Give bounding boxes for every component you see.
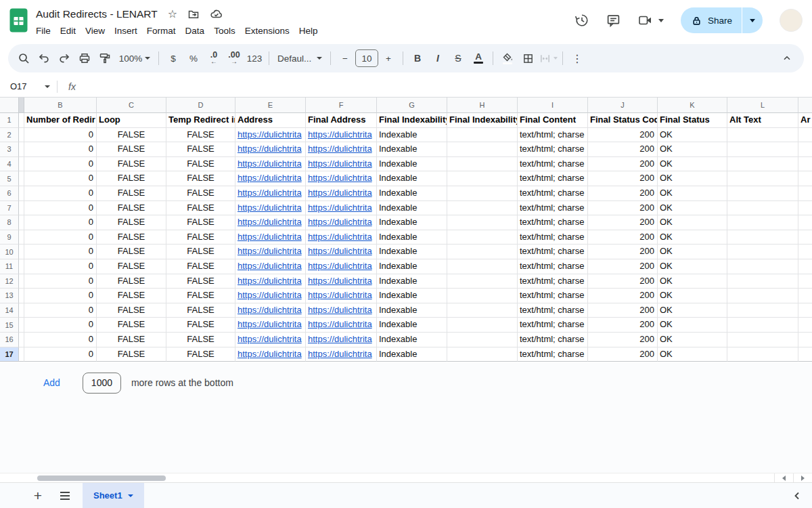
cell-E6[interactable]: https://dulichtrita [235, 186, 306, 201]
cell-J10[interactable]: 200 [588, 245, 658, 259]
cell-G1[interactable]: Final Indexability [377, 113, 447, 128]
move-to-folder-icon[interactable] [187, 8, 200, 20]
cell-L13[interactable] [727, 289, 798, 303]
show-side-panel-icon[interactable] [792, 490, 803, 501]
column-header-E[interactable]: E [235, 98, 306, 113]
cell-K17[interactable]: OK [658, 347, 727, 362]
cell-G2[interactable]: Indexable [377, 128, 447, 143]
row-header-5[interactable]: 5 [0, 171, 19, 186]
cell-G11[interactable]: Indexable [377, 259, 447, 274]
fill-color-icon[interactable] [497, 48, 518, 68]
cell-M17[interactable] [798, 347, 812, 362]
cell-E3[interactable]: https://dulichtrita [235, 142, 306, 157]
cell-H11[interactable] [447, 259, 518, 274]
add-rows-button[interactable]: Add [43, 377, 60, 388]
cell-K15[interactable]: OK [658, 318, 727, 333]
cell-B12[interactable]: 0 [24, 274, 97, 289]
cell-J11[interactable]: 200 [588, 259, 658, 274]
menu-view[interactable]: View [81, 24, 110, 37]
cell-H10[interactable] [447, 245, 518, 259]
cell-G3[interactable]: Indexable [377, 142, 447, 157]
cell-D1[interactable]: Temp Redirect ir [166, 113, 235, 128]
column-header-C[interactable]: C [97, 98, 166, 113]
cell-J12[interactable]: 200 [588, 274, 658, 289]
cell-D3[interactable]: FALSE [166, 142, 235, 157]
cell-L4[interactable] [727, 157, 798, 172]
cell-M3[interactable] [798, 142, 812, 157]
cell-A6[interactable] [19, 186, 24, 201]
cell-B2[interactable]: 0 [24, 128, 97, 143]
cell-L1[interactable]: Alt Text [727, 113, 798, 128]
column-header-H[interactable]: H [447, 98, 518, 113]
bold-button[interactable]: B [407, 48, 428, 68]
row-header-13[interactable]: 13 [0, 289, 19, 303]
cell-D11[interactable]: FALSE [166, 259, 235, 274]
avatar[interactable] [780, 9, 803, 32]
cell-link[interactable]: https://dulichtrita [238, 290, 302, 300]
cell-B15[interactable]: 0 [24, 318, 97, 333]
column-header-A[interactable] [19, 98, 24, 113]
cell-G16[interactable]: Indexable [377, 333, 447, 347]
cell-link[interactable]: https://dulichtrita [308, 261, 372, 271]
cell-G15[interactable]: Indexable [377, 318, 447, 333]
cell-I6[interactable]: text/html; charse [518, 186, 588, 201]
cell-K4[interactable]: OK [658, 157, 727, 172]
cell-G12[interactable]: Indexable [377, 274, 447, 289]
cell-E13[interactable]: https://dulichtrita [235, 289, 306, 303]
cell-I17[interactable]: text/html; charse [518, 347, 588, 362]
decrease-decimal-button[interactable]: .0← [204, 48, 224, 68]
undo-icon[interactable] [34, 48, 54, 68]
cell-I13[interactable]: text/html; charse [518, 289, 588, 303]
all-sheets-icon[interactable] [57, 491, 73, 501]
cell-L5[interactable] [727, 171, 798, 186]
row-header-6[interactable]: 6 [0, 186, 19, 201]
cell-G4[interactable]: Indexable [377, 157, 447, 172]
cell-L12[interactable] [727, 274, 798, 289]
cell-J9[interactable]: 200 [588, 230, 658, 245]
cell-A15[interactable] [19, 318, 24, 333]
cell-D14[interactable]: FALSE [166, 303, 235, 318]
cell-K9[interactable]: OK [658, 230, 727, 245]
cell-I15[interactable]: text/html; charse [518, 318, 588, 333]
cell-D16[interactable]: FALSE [166, 333, 235, 347]
cell-I12[interactable]: text/html; charse [518, 274, 588, 289]
cell-M16[interactable] [798, 333, 812, 347]
cell-C6[interactable]: FALSE [97, 186, 166, 201]
cell-M4[interactable] [798, 157, 812, 172]
cell-L8[interactable] [727, 215, 798, 230]
formula-input[interactable] [76, 76, 812, 97]
cell-link[interactable]: https://dulichtrita [238, 144, 302, 154]
cell-G14[interactable]: Indexable [377, 303, 447, 318]
cell-J3[interactable]: 200 [588, 142, 658, 157]
cell-H3[interactable] [447, 142, 518, 157]
sheet-tab-caret-icon[interactable] [128, 494, 133, 497]
column-header-G[interactable]: G [377, 98, 447, 113]
cell-C16[interactable]: FALSE [97, 333, 166, 347]
cell-L11[interactable] [727, 259, 798, 274]
cell-A2[interactable] [19, 128, 24, 143]
cell-F3[interactable]: https://dulichtrita [306, 142, 377, 157]
cell-C4[interactable]: FALSE [97, 157, 166, 172]
cell-M12[interactable] [798, 274, 812, 289]
cell-link[interactable]: https://dulichtrita [308, 305, 372, 315]
cell-J2[interactable]: 200 [588, 128, 658, 143]
cell-link[interactable]: https://dulichtrita [238, 232, 302, 242]
cell-C5[interactable]: FALSE [97, 171, 166, 186]
decrease-font-size-button[interactable]: − [335, 48, 355, 68]
cell-B10[interactable]: 0 [24, 245, 97, 259]
cell-F8[interactable]: https://dulichtrita [306, 215, 377, 230]
cell-J7[interactable]: 200 [588, 201, 658, 216]
cell-J15[interactable]: 200 [588, 318, 658, 333]
cell-C13[interactable]: FALSE [97, 289, 166, 303]
cell-L2[interactable] [727, 128, 798, 143]
row-header-4[interactable]: 4 [0, 157, 19, 172]
font-size-input[interactable]: 10 [355, 49, 378, 67]
cell-C9[interactable]: FALSE [97, 230, 166, 245]
cell-G5[interactable]: Indexable [377, 171, 447, 186]
cell-K12[interactable]: OK [658, 274, 727, 289]
sheet-tab-active[interactable]: Sheet1 [83, 483, 144, 508]
cell-D17[interactable]: FALSE [166, 347, 235, 362]
cell-K8[interactable]: OK [658, 215, 727, 230]
cell-F5[interactable]: https://dulichtrita [306, 171, 377, 186]
cell-E17[interactable]: https://dulichtrita [235, 347, 306, 362]
